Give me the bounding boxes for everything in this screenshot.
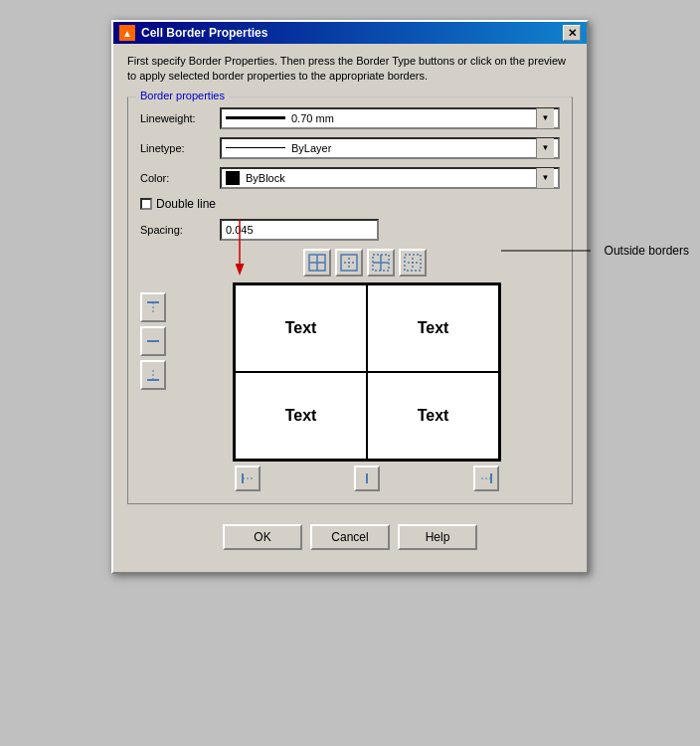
all-borders-button[interactable]: [303, 249, 331, 277]
grid-cell-top-left: Text: [235, 284, 367, 372]
bottom-border-icon: [145, 367, 161, 383]
color-dropdown-arrow[interactable]: ▼: [536, 168, 554, 188]
color-label: Color:: [140, 172, 220, 184]
right-border-button[interactable]: [473, 466, 499, 491]
dialog-title: Cell Border Properties: [141, 26, 267, 40]
center-border-icon: [360, 471, 374, 485]
linetype-select[interactable]: ByLayer ▼: [220, 137, 560, 159]
linetype-control: ByLayer ▼: [220, 137, 560, 159]
bottom-border-button[interactable]: [140, 360, 166, 390]
title-bar-left: ▲ Cell Border Properties: [119, 25, 267, 41]
middle-border-button[interactable]: [140, 326, 166, 356]
middle-border-icon: [145, 333, 161, 349]
no-borders-button[interactable]: [399, 249, 427, 277]
lineweight-label: Lineweight:: [140, 112, 220, 124]
spacing-input[interactable]: [220, 219, 379, 241]
lineweight-value: 0.70 mm: [291, 112, 334, 124]
color-select[interactable]: ByBlock ▼: [220, 167, 560, 189]
top-border-button[interactable]: [140, 292, 166, 322]
top-border-icon: [145, 299, 161, 315]
lineweight-row: Lineweight: 0.70 mm ▼: [140, 107, 560, 129]
border-type-section: Outside borders: [140, 249, 560, 277]
left-border-buttons: [140, 292, 166, 390]
color-control: ByBlock ▼: [220, 167, 560, 189]
spacing-label: Spacing:: [140, 224, 220, 236]
preview-grid[interactable]: Text Text Text Text: [233, 282, 501, 462]
color-value: ByBlock: [246, 172, 285, 184]
linetype-row: Linetype: ByLayer ▼: [140, 137, 560, 159]
group-label: Border properties: [136, 90, 229, 101]
no-borders-icon: [404, 254, 422, 272]
grid-cell-top-right: Text: [367, 284, 499, 372]
linetype-label: Linetype:: [140, 142, 220, 154]
color-swatch: [226, 171, 240, 185]
preview-area: Text Text Text Text: [140, 282, 560, 491]
color-row: Color: ByBlock ▼: [140, 167, 560, 189]
lineweight-preview: [226, 116, 285, 119]
linetype-preview: [226, 147, 285, 148]
linetype-dropdown-arrow[interactable]: ▼: [536, 138, 554, 158]
lineweight-dropdown-arrow[interactable]: ▼: [536, 108, 554, 128]
center-border-button[interactable]: [354, 466, 380, 491]
help-button[interactable]: Help: [398, 524, 477, 550]
cell-border-properties-dialog: ▲ Cell Border Properties ✕ First specify…: [111, 20, 589, 574]
grid-cell-bottom-right: Text: [367, 372, 499, 460]
double-line-checkbox[interactable]: [140, 198, 152, 210]
dialog-footer: OK Cancel Help: [127, 514, 573, 562]
spacing-row: Spacing:: [140, 219, 560, 241]
app-icon: ▲: [119, 25, 135, 41]
description-text: First specify Border Properties. Then pr…: [127, 54, 573, 85]
preview-grid-container: Text Text Text Text: [174, 282, 560, 491]
right-border-icon: [479, 471, 493, 485]
outside-borders-button[interactable]: [335, 249, 363, 277]
lineweight-control: 0.70 mm ▼: [220, 107, 560, 129]
all-borders-icon: [308, 254, 326, 272]
left-border-icon: [241, 471, 255, 485]
inside-borders-icon: [372, 254, 390, 272]
outside-borders-icon: [340, 254, 358, 272]
outside-borders-label: Outside borders: [605, 244, 689, 258]
bottom-border-buttons: [233, 466, 501, 491]
border-buttons-row: [170, 249, 560, 277]
close-button[interactable]: ✕: [563, 25, 581, 41]
cancel-button[interactable]: Cancel: [310, 524, 390, 550]
title-bar: ▲ Cell Border Properties ✕: [113, 22, 587, 44]
double-line-row: Double line: [140, 197, 560, 211]
dialog-body: First specify Border Properties. Then pr…: [113, 44, 587, 572]
left-border-button[interactable]: [235, 466, 261, 491]
ok-button[interactable]: OK: [223, 524, 302, 550]
grid-cell-bottom-left: Text: [235, 372, 367, 460]
lineweight-select[interactable]: 0.70 mm ▼: [220, 107, 560, 129]
border-properties-group: Border properties Lineweight: 0.70 mm ▼: [127, 96, 573, 504]
linetype-value: ByLayer: [291, 142, 331, 154]
double-line-label: Double line: [156, 197, 216, 211]
inside-borders-button[interactable]: [367, 249, 395, 277]
